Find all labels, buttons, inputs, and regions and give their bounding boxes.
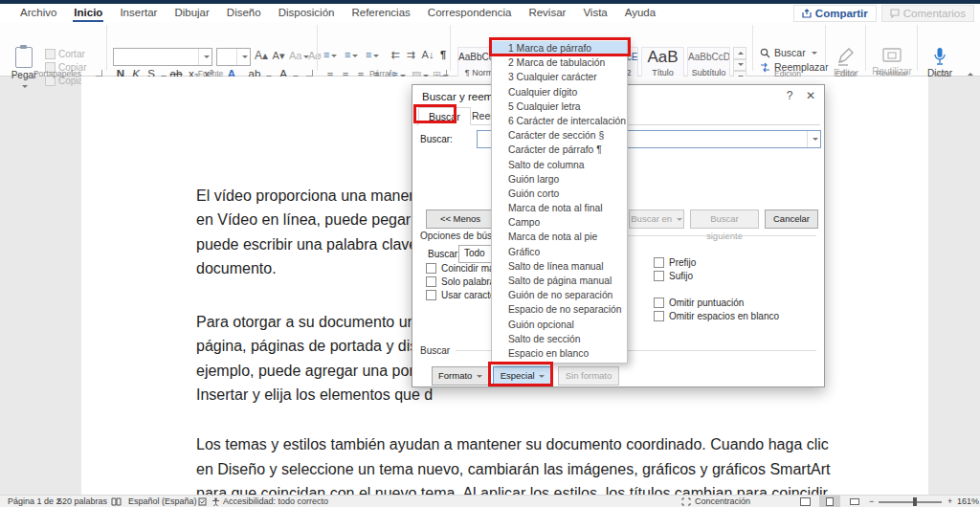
menu-item-manual-page-break[interactable]: Salto de página manual [492, 274, 627, 288]
word-count[interactable]: 520 palabras [57, 496, 107, 507]
help-icon[interactable]: ? [782, 89, 797, 102]
language-indicator[interactable]: Español (España) [128, 496, 197, 507]
decrease-indent-button[interactable]: ⇇ [389, 48, 402, 61]
autosave-icon[interactable] [198, 497, 207, 506]
accessibility-status[interactable]: Accesibilidad: todo correcto [223, 496, 328, 507]
doc-text-line: en Vídeo en línea, puede pegar el c [196, 211, 439, 229]
doc-text-line: página, páginas de portada y diseñ [196, 338, 434, 355]
menu-item-em-dash[interactable]: Guión largo [492, 172, 627, 187]
menu-item-section-break[interactable]: Salto de sección [492, 332, 627, 346]
cut-button[interactable]: Cortar [45, 49, 85, 59]
font-dialog-launcher[interactable] [306, 70, 313, 77]
grow-font-button[interactable]: A▴ [255, 49, 268, 62]
menu-item-nonbreaking-hyphen[interactable]: Guión de no separación [492, 288, 627, 302]
page-indicator[interactable]: Página 1 de 2 [8, 496, 61, 507]
menu-item-en-dash[interactable]: Guión corto [492, 187, 627, 201]
show-marks-button[interactable]: ¶ [436, 48, 450, 61]
zoom-slider-track[interactable] [879, 501, 942, 503]
share-button[interactable]: Compartir [793, 5, 877, 22]
tab-inicio[interactable]: Inicio [65, 4, 111, 22]
tab-correspondencia[interactable]: Correspondencia [419, 4, 521, 22]
menu-item-nonbreaking-space[interactable]: Espacio de no separación [492, 302, 627, 317]
microphone-icon [933, 47, 947, 66]
comments-button[interactable]: Comentarios [881, 5, 974, 22]
doc-text-line: Insertar y elija los elementos que d [196, 386, 433, 404]
tab-insertar[interactable]: Insertar [111, 4, 166, 22]
no-format-button[interactable]: Sin formato [558, 366, 619, 386]
read-mode-button[interactable] [794, 496, 815, 507]
prefix-checkbox[interactable]: Prefijo [654, 257, 696, 268]
multilevel-list-button[interactable]: ≡ [366, 48, 379, 61]
accessibility-icon[interactable] [212, 497, 220, 506]
gallery-up-icon[interactable] [733, 47, 746, 59]
ribbon: Pegar Cortar Copiar Copiar formato Porta… [0, 22, 980, 77]
zoom-level[interactable]: 161% [957, 496, 979, 507]
search-icon [760, 48, 770, 58]
tab-revisar[interactable]: Revisar [520, 4, 574, 22]
cancel-button[interactable]: Cancelar [765, 209, 818, 229]
tab-referencias[interactable]: Referencias [343, 4, 418, 22]
close-icon[interactable]: ✕ [803, 89, 818, 102]
status-bar: Página 1 de 2 520 palabras Español (Espa… [0, 495, 980, 507]
menu-item-any-character[interactable]: 3 Cualquier carácter [492, 70, 627, 84]
word-window: Archivo Inicio Insertar Dibujar Diseño D… [0, 0, 980, 507]
less-button[interactable]: << Menos [426, 209, 495, 229]
find-button[interactable]: Buscar [760, 47, 817, 58]
clipboard-dialog-launcher[interactable] [96, 70, 102, 77]
menu-item-paragraph-mark[interactable]: 1 Marca de párrafo [492, 41, 627, 55]
font-name-combo[interactable] [113, 48, 212, 66]
zoom-out-button[interactable]: − [869, 496, 874, 507]
doc-text-line: Para otorgar a su documento un as [196, 314, 436, 331]
focus-icon [681, 497, 691, 506]
menu-item-endnote-mark[interactable]: Marca de nota al final [492, 201, 627, 215]
print-layout-button[interactable] [819, 496, 840, 507]
tab-ayuda[interactable]: Ayuda [616, 4, 664, 22]
tab-disposicion[interactable]: Disposición [270, 4, 344, 22]
menu-item-manual-line-break[interactable]: Salto de línea manual [492, 259, 627, 274]
shrink-font-button[interactable]: A▾ [272, 49, 285, 62]
change-case-button[interactable]: Aa [289, 49, 309, 62]
menu-item-any-digit[interactable]: Cualquier dígito [492, 85, 627, 99]
font-size-combo[interactable] [216, 48, 251, 66]
menu-item-column-break[interactable]: Salto de columna [492, 158, 627, 172]
menu-item-field[interactable]: Campo [492, 215, 627, 230]
format-button[interactable]: Formato [432, 366, 489, 386]
menu-item-any-letter[interactable]: 5 Cualquier letra [492, 99, 627, 114]
menu-item-section-character[interactable]: Carácter de sección § [492, 128, 627, 143]
paragraph-dialog-launcher[interactable] [440, 70, 447, 77]
tab-vista[interactable]: Vista [574, 4, 615, 22]
doc-text-line: ejemplo, puede agregar una portac [196, 363, 434, 380]
dialog-tab-buscar[interactable]: Buscar [418, 107, 471, 125]
menu-item-white-space[interactable]: Espacio en blanco [492, 346, 627, 361]
clear-formatting-button[interactable]: A⌀ [308, 49, 322, 62]
tab-dibujar[interactable]: Dibujar [166, 4, 217, 22]
web-layout-button[interactable] [844, 496, 865, 507]
menu-item-caret-character[interactable]: 6 Carácter de intercalación [492, 114, 627, 128]
proofing-book-icon[interactable] [111, 497, 122, 506]
find-next-button[interactable]: Buscar siguiente [690, 209, 759, 229]
ignore-punctuation-checkbox[interactable]: Omitir puntuación [654, 298, 744, 308]
zoom-slider-thumb[interactable] [913, 497, 917, 506]
numbering-button[interactable]: ≡ [345, 48, 358, 61]
find-section-header: Buscar [420, 345, 456, 356]
collapse-ribbon-icon[interactable] [968, 73, 973, 76]
ignore-spaces-checkbox[interactable]: Omitir espacios en blanco [654, 311, 779, 321]
zoom-in-button[interactable]: + [947, 496, 952, 507]
editor-pen-icon [836, 47, 856, 66]
tab-diseno[interactable]: Diseño [218, 4, 270, 22]
special-button[interactable]: Especial [493, 366, 552, 386]
bullets-button[interactable]: ≡ [323, 48, 337, 61]
sort-button[interactable]: A↓ [421, 48, 434, 61]
find-in-button[interactable]: Buscar en [629, 209, 684, 229]
increase-indent-button[interactable]: ⇉ [404, 48, 417, 61]
menu-item-footnote-mark[interactable]: Marca de nota al pie [492, 230, 627, 244]
menu-item-paragraph-character[interactable]: Carácter de párrafo ¶ [492, 143, 627, 157]
gallery-down-icon[interactable] [733, 59, 746, 72]
focus-mode-button[interactable]: Concentración [695, 496, 750, 507]
suffix-checkbox[interactable]: Sufijo [654, 271, 693, 281]
menu-item-optional-hyphen[interactable]: Guión opcional [492, 318, 627, 332]
menu-item-tab-mark[interactable]: 2 Marca de tabulación [492, 55, 627, 70]
tab-archivo[interactable]: Archivo [11, 4, 65, 22]
comment-icon [890, 9, 900, 18]
menu-item-graphic[interactable]: Gráfico [492, 245, 627, 259]
